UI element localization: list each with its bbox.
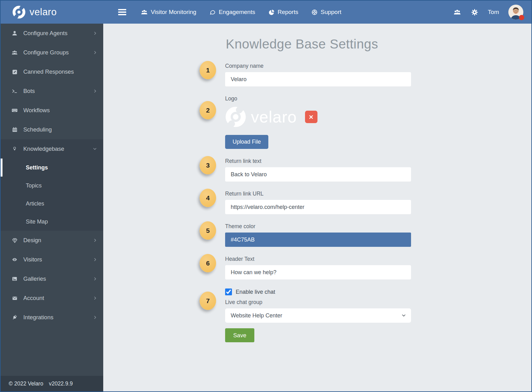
nav-item-label: Visitor Monitoring (151, 9, 196, 16)
sidebar-item-bots[interactable]: Bots (1, 81, 103, 101)
sidebar-item-label: Knowledgebase (23, 145, 88, 152)
envelope-icon (11, 296, 18, 301)
top-navbar: velaro Visitor Monitoring Engagements (1, 1, 531, 24)
brand-logo[interactable]: velaro (1, 6, 103, 19)
header-text-group: 6 Header Text (225, 256, 411, 279)
sidebar-item-design[interactable]: Design (1, 231, 103, 250)
return-link-url-group: 4 Return link URL (225, 191, 411, 214)
sidebar-item-scheduling[interactable]: Scheduling (1, 120, 103, 139)
x-icon (309, 115, 313, 119)
nav-item-label: Support (321, 9, 341, 16)
sidebar-item-label: Bots (23, 88, 88, 95)
theme-color-label: Theme color (225, 223, 411, 230)
users-icon (11, 49, 18, 56)
company-name-group: 1 Company name (225, 63, 411, 86)
sidebar-subitem-articles[interactable]: Articles (1, 195, 103, 213)
nav-item-label: Engagements (219, 9, 255, 16)
sidebar-item-configure-groups[interactable]: Configure Groups (1, 43, 103, 62)
return-link-text-label: Return link text (225, 158, 411, 164)
sidebar-subitem-topics[interactable]: Topics (1, 177, 103, 195)
step-badge-4: 4 (200, 189, 216, 207)
sidebar-item-label: Configure Agents (23, 30, 88, 37)
sidebar-item-canned-responses[interactable]: Canned Responses (1, 62, 103, 81)
logo-group: 2 Logo velaro (225, 95, 411, 149)
return-link-text-input[interactable] (225, 167, 411, 182)
sidebar-item-label: Galleries (23, 275, 88, 282)
sidebar-subitem-settings[interactable]: Settings (1, 159, 103, 177)
version-text: v2022.9.9 (49, 380, 73, 387)
sidebar-subitem-label: Articles (26, 201, 44, 207)
sidebar: Configure Agents Configure Groups Canned… (1, 24, 103, 391)
plug-icon (11, 314, 18, 321)
image-icon (11, 276, 18, 282)
sidebar-item-knowledgebase[interactable]: Knowledgebase (1, 139, 103, 159)
live-chat-group: 7 Enable live chat Live chat group Websi… (225, 288, 411, 323)
terminal-icon (11, 88, 18, 94)
sidebar-item-workflows[interactable]: Workflows (1, 101, 103, 120)
chevron-right-icon (93, 315, 97, 320)
sidebar-item-label: Workflows (23, 107, 97, 114)
sidebar-subitem-label: Site Map (26, 219, 48, 225)
theme-color-input[interactable] (225, 233, 411, 247)
main-content: Knowledge Base Settings 1 Company name 2… (103, 24, 531, 391)
eye-icon (11, 257, 18, 262)
nav-engagements[interactable]: Engagements (209, 9, 255, 16)
nav-visitor-monitoring[interactable]: Visitor Monitoring (141, 9, 196, 16)
chevron-right-icon (93, 31, 97, 35)
company-name-input[interactable] (225, 72, 411, 86)
company-name-label: Company name (225, 63, 411, 69)
sidebar-item-label: Account (23, 295, 88, 302)
people-icon[interactable] (453, 8, 461, 16)
hamburger-menu-icon[interactable] (118, 9, 126, 15)
sidebar-item-visitors[interactable]: Visitors (1, 250, 103, 269)
brand-name: velaro (30, 7, 57, 18)
user-avatar[interactable] (508, 5, 523, 20)
app-window: velaro Visitor Monitoring Engagements (0, 0, 532, 392)
logo-wordmark: velaro (251, 108, 297, 126)
velaro-swirl-icon (12, 6, 25, 19)
return-link-url-input[interactable] (225, 200, 411, 214)
sidebar-item-label: Scheduling (23, 126, 97, 133)
pencil-square-icon (11, 69, 18, 75)
step-badge-3: 3 (200, 156, 216, 174)
lightbulb-icon (11, 146, 18, 152)
upload-file-button[interactable]: Upload File (225, 135, 268, 149)
life-ring-icon (311, 9, 318, 16)
theme-color-group: 5 Theme color (225, 223, 411, 247)
return-link-text-group: 3 Return link text (225, 158, 411, 182)
step-badge-1: 1 (200, 61, 216, 79)
header-text-label: Header Text (225, 256, 411, 262)
sidebar-subitem-label: Topics (26, 182, 42, 189)
sidebar-footer: © 2022 Velaro v2022.9.9 (1, 376, 103, 391)
save-button[interactable]: Save (225, 328, 254, 342)
sidebar-item-label: Integrations (23, 314, 88, 321)
step-badge-5: 5 (200, 221, 216, 240)
sidebar-item-account[interactable]: Account (1, 288, 103, 308)
header-text-input[interactable] (225, 265, 411, 279)
return-link-url-label: Return link URL (225, 191, 411, 197)
nav-item-label: Reports (278, 9, 298, 16)
sidebar-item-galleries[interactable]: Galleries (1, 269, 103, 288)
live-chat-group-select[interactable]: Website Help Center (225, 308, 411, 323)
sidebar-item-integrations[interactable]: Integrations (1, 308, 103, 327)
enable-live-chat-checkbox[interactable] (225, 288, 232, 295)
page-title: Knowledge Base Settings (226, 37, 411, 52)
copyright-text: © 2022 Velaro (9, 380, 43, 387)
sidebar-subitem-site-map[interactable]: Site Map (1, 213, 103, 231)
remove-logo-button[interactable] (305, 111, 317, 123)
step-badge-6: 6 (200, 254, 216, 272)
nav-support[interactable]: Support (311, 9, 341, 16)
nav-reports[interactable]: Reports (268, 9, 298, 16)
chevron-right-icon (93, 296, 97, 300)
gear-icon[interactable] (471, 8, 479, 16)
live-chat-group-label: Live chat group (225, 299, 411, 306)
uploaded-logo-image: velaro (225, 106, 297, 127)
primary-nav: Visitor Monitoring Engagements Reports S… (141, 9, 341, 16)
chevron-right-icon (93, 50, 97, 55)
pie-chart-icon (268, 9, 275, 16)
knowledgebase-section: Knowledgebase Settings Topics Articles S… (1, 139, 103, 231)
chevron-right-icon (93, 238, 97, 242)
sidebar-subitem-label: Settings (26, 164, 48, 171)
sidebar-item-configure-agents[interactable]: Configure Agents (1, 24, 103, 43)
logo-label: Logo (225, 95, 411, 102)
